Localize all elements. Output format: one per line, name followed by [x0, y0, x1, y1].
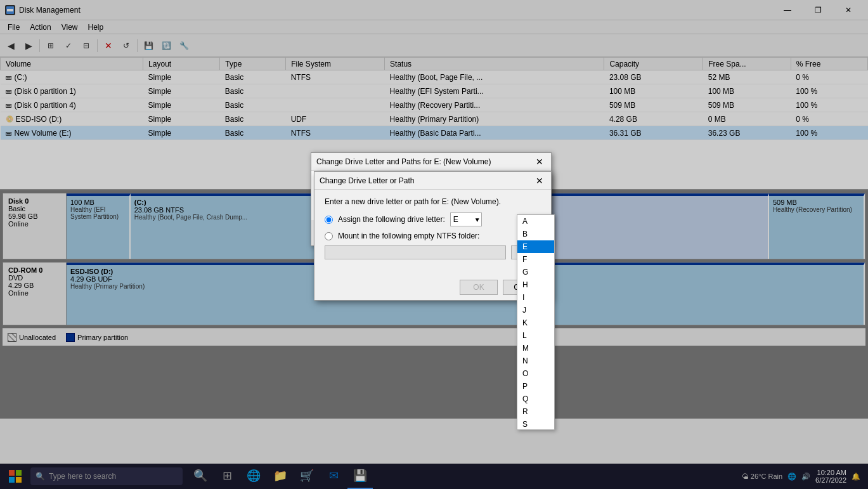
outer-dialog-title: Change Drive Letter and Paths for E: (Ne… — [316, 157, 491, 166]
drive-letter-select[interactable]: A B E F G H I J K L M N O P Q R S — [450, 212, 482, 226]
letter-G[interactable]: G — [517, 266, 554, 278]
inner-dialog-close[interactable]: ✕ — [533, 174, 546, 187]
letter-N[interactable]: N — [517, 355, 554, 367]
inner-dialog-title: Change Drive Letter or Path — [320, 176, 414, 185]
letter-E[interactable]: E — [517, 240, 554, 253]
folder-path-row: Bro... — [325, 245, 541, 259]
inner-dialog-titlebar: Change Drive Letter or Path ✕ — [314, 172, 551, 190]
outer-dialog-close[interactable]: ✕ — [533, 155, 546, 168]
assign-letter-row: Assign the following drive letter: A B E… — [325, 212, 541, 226]
letter-I[interactable]: I — [517, 291, 554, 304]
drive-letter-dropdown[interactable]: A B E F G H I J K L M N O P Q R S — [450, 212, 482, 226]
letter-S[interactable]: S — [517, 418, 554, 430]
letter-Q[interactable]: Q — [517, 393, 554, 405]
outer-dialog-titlebar: Change Drive Letter and Paths for E: (Ne… — [311, 153, 551, 171]
inner-dialog-body: Enter a new drive letter or path for E: … — [314, 190, 551, 275]
folder-path-input[interactable] — [325, 245, 506, 259]
inner-ok-button[interactable]: OK — [460, 280, 498, 295]
drive-letter-dropdown-list[interactable]: A B E F G H I J K L M N O P Q R S T U V … — [517, 214, 555, 430]
change-drive-letter-path-dialog: Change Drive Letter or Path ✕ Enter a ne… — [314, 171, 552, 301]
mount-folder-radio[interactable] — [325, 232, 333, 240]
letter-K[interactable]: K — [517, 316, 554, 329]
letter-O[interactable]: O — [517, 367, 554, 380]
letter-F[interactable]: F — [517, 253, 554, 266]
letter-P[interactable]: P — [517, 380, 554, 393]
assign-letter-label: Assign the following drive letter: — [338, 215, 445, 224]
inner-dialog-footer: OK Ca... — [314, 275, 551, 300]
letter-R[interactable]: R — [517, 405, 554, 418]
inner-dialog-description: Enter a new drive letter or path for E: … — [325, 197, 541, 206]
assign-letter-radio[interactable] — [325, 216, 333, 224]
letter-H[interactable]: H — [517, 278, 554, 291]
letter-A[interactable]: A — [517, 215, 554, 228]
letter-J[interactable]: J — [517, 304, 554, 316]
mount-folder-row: Mount in the following empty NTFS folder… — [325, 231, 541, 240]
letter-B[interactable]: B — [517, 228, 554, 240]
mount-folder-label: Mount in the following empty NTFS folder… — [338, 231, 479, 240]
letter-M[interactable]: M — [517, 342, 554, 355]
letter-L[interactable]: L — [517, 329, 554, 342]
